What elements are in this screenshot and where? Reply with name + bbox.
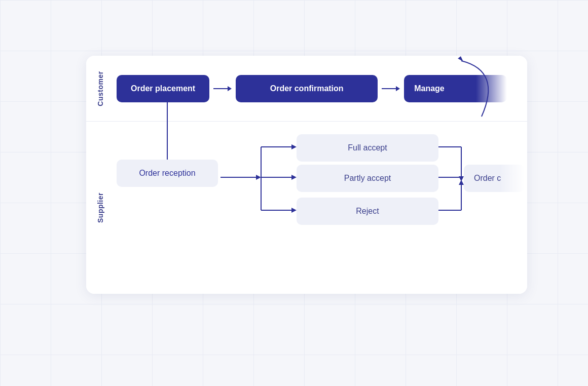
svg-marker-1 bbox=[228, 86, 232, 91]
supplier-label: Supplier bbox=[96, 192, 104, 223]
manage-node[interactable]: Manage bbox=[404, 75, 507, 102]
order-confirmation-node[interactable]: Order confirmation bbox=[236, 75, 378, 102]
customer-label: Customer bbox=[96, 71, 104, 106]
order-placement-node[interactable]: Order placement bbox=[117, 75, 209, 102]
customer-lane-content: Order placement Order confirmation bbox=[117, 75, 507, 102]
reject-node[interactable]: Reject bbox=[297, 198, 438, 225]
arrow-placement-to-confirmation bbox=[213, 84, 232, 94]
order-conf2-node[interactable]: Order c bbox=[464, 165, 525, 192]
customer-lane: Customer Order placement Order confirmat… bbox=[86, 56, 527, 122]
supplier-content: Order reception Full accept Partly accep… bbox=[117, 132, 507, 248]
partly-accept-node[interactable]: Partly accept bbox=[297, 165, 438, 192]
svg-marker-3 bbox=[396, 86, 400, 91]
order-reception-node[interactable]: Order reception bbox=[117, 160, 218, 187]
diagram-container: Customer Order placement Order confirmat… bbox=[86, 56, 527, 294]
supplier-lane: Supplier bbox=[86, 122, 527, 294]
full-accept-node[interactable]: Full accept bbox=[297, 134, 438, 162]
arrow-confirmation-to-manage bbox=[382, 84, 400, 94]
